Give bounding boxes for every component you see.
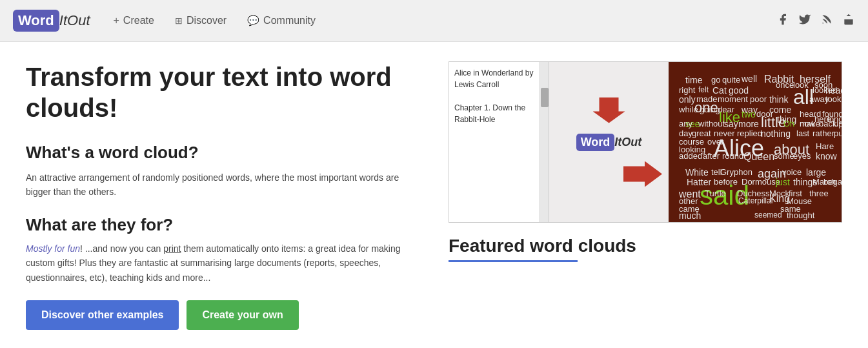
word-cloud-word: poor [750, 94, 767, 104]
word-cloud-word: round [722, 151, 743, 161]
word-cloud-word: two [742, 109, 756, 119]
demo-wrapper: Alice in Wonderland by Lewis Carroll Cha… [449, 61, 842, 262]
word-cloud-word: began [823, 177, 842, 187]
rss-icon[interactable] [820, 13, 833, 29]
word-cloud-word: replied [737, 128, 762, 138]
word-cloud-word: felt [698, 85, 709, 94]
word-cloud-word: three [809, 189, 829, 198]
down-arrow-group [593, 97, 625, 123]
featured-section: Featured word clouds [449, 236, 842, 262]
logo-word: Word [13, 10, 59, 32]
word-cloud-word: Hatter [687, 177, 711, 187]
share-icon[interactable] [842, 13, 855, 29]
word-cloud-word: added [679, 151, 702, 161]
word-cloud-container: AlicesaidalllikelittleaboutwellRabbither… [674, 67, 836, 222]
word-cloud-word: look [793, 80, 809, 90]
facebook-icon[interactable] [776, 13, 789, 29]
word-cloud-word: put [834, 128, 842, 138]
word-cloud-word: Oh [783, 119, 794, 128]
nav-create[interactable]: + Create [110, 12, 158, 29]
word-cloud-word: door [756, 109, 773, 119]
scrollbar-thumb[interactable] [541, 88, 549, 107]
word-cloud-word: over [707, 137, 723, 147]
word-cloud-word: seemed [754, 210, 782, 220]
nav-discover[interactable]: ⊞ Discover [171, 12, 230, 29]
create-own-button[interactable]: Create your own [187, 300, 298, 330]
word-cloud-word: back [819, 119, 836, 128]
demo-logo: WordItOut [576, 134, 642, 151]
nav-community[interactable]: 💬 Community [243, 12, 319, 29]
chat-icon: 💬 [247, 15, 259, 26]
word-cloud-word: well [742, 74, 757, 84]
word-cloud-word: make [800, 119, 820, 128]
header-left: WordItOut + Create ⊞ Discover 💬 Communit… [13, 10, 319, 32]
cta-buttons: Discover other examples Create your own [26, 300, 423, 330]
word-cloud-word: know [816, 151, 837, 161]
main-nav: + Create ⊞ Discover 💬 Community [110, 12, 320, 29]
word-cloud-word: Queen [743, 151, 774, 163]
logo-itout: ItOut [59, 12, 90, 29]
featured-title: Featured word clouds [449, 236, 842, 256]
word-cloud-word: some [774, 151, 794, 161]
main-content: Transform your text into word clouds! Wh… [0, 42, 868, 348]
word-cloud-word: while [679, 105, 698, 114]
word-cloud-word: White [685, 167, 709, 178]
scrollbar[interactable] [540, 62, 549, 222]
word-cloud-word: think [769, 94, 789, 105]
arrow-area: WordItOut [549, 62, 669, 222]
word-cloud-word: right [679, 85, 695, 95]
word-cloud-word: much [679, 210, 701, 221]
word-cloud-word: quite [722, 75, 740, 85]
word-cloud-word: go [711, 75, 720, 85]
logo[interactable]: WordItOut [13, 10, 90, 32]
demo-container: Alice in Wonderland by Lewis Carroll Cha… [449, 61, 842, 223]
word-cloud-word: large [806, 167, 826, 178]
left-column: Transform your text into word clouds! Wh… [26, 61, 423, 348]
word-cloud-word: eyes [793, 151, 811, 161]
word-cloud-word: last [796, 128, 809, 138]
twitter-icon[interactable] [798, 13, 811, 29]
demo-logo-word: Word [576, 134, 615, 151]
word-cloud-word: Hare [816, 141, 834, 151]
word-cloud-word: rather [812, 128, 834, 138]
word-cloud-display: AlicesaidalllikelittleaboutwellRabbither… [669, 62, 842, 222]
nav-discover-label: Discover [187, 15, 227, 26]
word-cloud-word: before [714, 177, 738, 187]
discover-examples-button[interactable]: Discover other examples [26, 300, 179, 330]
hero-title: Transform your text into word clouds! [26, 61, 423, 123]
demo-input-text: Alice in Wonderland by Lewis Carroll Cha… [454, 67, 543, 125]
demo-text-input: Alice in Wonderland by Lewis Carroll Cha… [449, 62, 549, 222]
word-cloud-word: voice [782, 167, 802, 177]
word-cloud-word: only [679, 94, 696, 105]
word-cloud-word: say [724, 119, 738, 129]
section2-title: What are they for? [26, 215, 423, 235]
nav-community-label: Community [263, 15, 316, 26]
word-cloud-word: tell [711, 167, 722, 177]
nav-create-label: Create [123, 15, 154, 26]
word-cloud-word: nothing [761, 128, 791, 139]
word-cloud-word: Gryphon [720, 167, 752, 177]
word-cloud-word: after [703, 151, 720, 161]
word-cloud-word: made [696, 94, 718, 104]
section1-title: What's a word cloud? [26, 143, 423, 163]
right-arrow-icon [623, 161, 662, 187]
down-arrow-icon [593, 97, 625, 123]
text-and: ! ...and now you can [80, 243, 163, 254]
word-cloud-word: moment [718, 94, 748, 104]
word-cloud-word: looked [812, 85, 837, 95]
word-cloud-word: dear [718, 105, 734, 114]
featured-underline [449, 260, 578, 262]
word-cloud-word: more [738, 119, 759, 129]
header-right [776, 13, 855, 29]
word-cloud-word: time [685, 75, 702, 85]
word-cloud-word: Turtle [705, 189, 726, 198]
word-cloud-word: Caterpillar [738, 196, 774, 205]
header: WordItOut + Create ⊞ Discover 💬 Communit… [0, 0, 868, 42]
word-cloud-word: Dormouse [742, 177, 780, 187]
grid-icon: ⊞ [175, 15, 183, 26]
word-cloud-word: any [679, 119, 692, 128]
word-cloud-word: once [776, 80, 794, 90]
word-cloud-word: thought [787, 210, 814, 220]
right-column: Alice in Wonderland by Lewis Carroll Cha… [449, 61, 842, 348]
word-cloud-word: just [776, 177, 790, 187]
